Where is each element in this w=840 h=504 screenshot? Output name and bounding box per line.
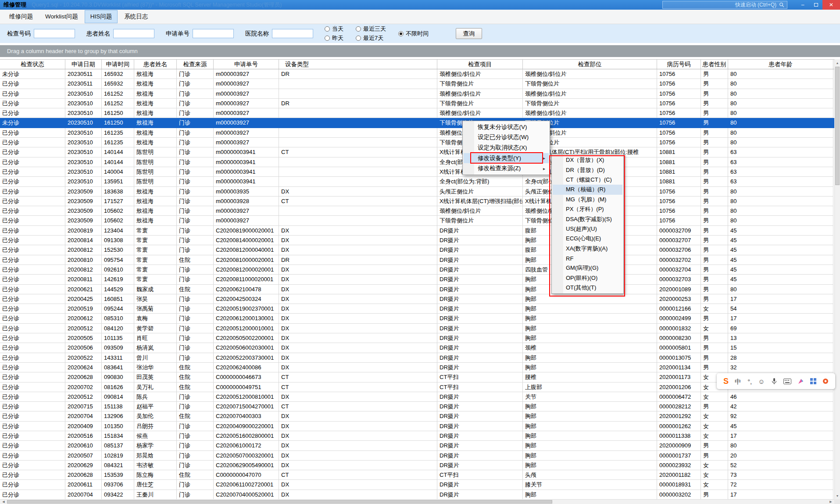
- horizontal-scrollbar[interactable]: ◀ ▶: [0, 499, 834, 504]
- table-row[interactable]: 已分诊20230510135951陈世明门诊m00000003941全身ct(部…: [0, 177, 834, 186]
- skin-brush-icon[interactable]: [797, 378, 804, 385]
- table-row[interactable]: 已分诊20230510161235敖祖海门诊m000003927颈椎侧位/斜位片…: [0, 128, 834, 138]
- context-menu-item[interactable]: 修改设备类型(Y)▸: [464, 153, 549, 164]
- column-header[interactable]: 检查状态: [0, 60, 65, 69]
- toolbox-grid-icon[interactable]: [810, 378, 816, 384]
- table-row[interactable]: 已分诊20200628153539陈立梅住院C0000000047070CTCT…: [0, 470, 834, 480]
- table-row[interactable]: 已分诊20200610085137杨家学门诊C2020061000172DXDR…: [0, 441, 834, 450]
- submenu-item[interactable]: OT(其他)(T): [553, 283, 622, 293]
- vertical-scrollbar[interactable]: ▲ ▼: [834, 59, 840, 499]
- column-header[interactable]: 患者姓名: [134, 60, 177, 69]
- context-menu-item[interactable]: 修改检查来源(Z)▸: [464, 163, 549, 174]
- hospital-name-input[interactable]: [272, 29, 313, 38]
- table-row[interactable]: 已分诊20200512084120黄学碧门诊C20200512000010001…: [0, 324, 834, 333]
- scroll-left-icon[interactable]: ◀: [0, 500, 7, 504]
- context-menu-item[interactable]: 恢复未分诊状态(V): [464, 122, 549, 132]
- table-row[interactable]: 已分诊20200812152530常寰门诊C20200812000040001D…: [0, 245, 834, 255]
- tab-his-issues[interactable]: HIS问题: [85, 10, 118, 23]
- table-row[interactable]: 已分诊20230510140144陈世明门诊m00000003941全身ct(部…: [0, 157, 834, 167]
- context-menu-item[interactable]: 设定为取消状态(X): [464, 143, 549, 153]
- column-header[interactable]: 患者年龄: [728, 60, 833, 69]
- table-row[interactable]: 已分诊20200611093706唐仕芝门诊C20200611002720001…: [0, 480, 834, 490]
- keyboard-icon[interactable]: [783, 379, 791, 384]
- column-header[interactable]: 患者性别: [701, 60, 728, 69]
- submenu-item[interactable]: OP(眼科)(O): [553, 273, 622, 283]
- table-row[interactable]: 已分诊20200812092610常寰门诊C20200812000020001D…: [0, 265, 834, 275]
- table-row[interactable]: 已分诊20200715151138赵福平门诊C20200715004270001…: [0, 402, 834, 411]
- table-row[interactable]: 已分诊20200621144529魏家成住院C2020062100478DXDR…: [0, 285, 834, 294]
- horizontal-scroll-thumb[interactable]: [7, 500, 552, 504]
- submenu-item[interactable]: US(超声)(U): [553, 224, 622, 234]
- microphone-icon[interactable]: [771, 378, 777, 385]
- submenu-item[interactable]: CT（螺旋CT）(C): [553, 175, 622, 185]
- maximize-button[interactable]: [809, 0, 822, 10]
- close-button[interactable]: ✕: [822, 0, 840, 10]
- scroll-down-icon[interactable]: ▼: [835, 492, 840, 499]
- column-header[interactable]: 检查来源: [177, 60, 214, 69]
- table-row[interactable]: 已分诊20230510161250敖祖海门诊m000003927颈椎侧位/斜位片…: [0, 108, 834, 118]
- scroll-right-icon[interactable]: ▶: [827, 500, 834, 504]
- table-row[interactable]: 已分诊20200702081626吴万礼住院C0000000049751CTCT…: [0, 382, 834, 392]
- submenu-item[interactable]: PX（牙科）(P): [553, 204, 622, 214]
- table-row[interactable]: 已分诊20200425160851张昊门诊C2020042500324DXDR摄…: [0, 294, 834, 304]
- table-row[interactable]: 已分诊20200409101350吕朗芬门诊C20200409000220001…: [0, 422, 834, 431]
- more-tools-icon[interactable]: [822, 378, 829, 384]
- table-row[interactable]: 已分诊20200519095244张禹菊门诊C20200519002370001…: [0, 304, 834, 314]
- column-header[interactable]: 设备类型: [279, 60, 437, 69]
- column-header[interactable]: 检查部位: [523, 60, 657, 69]
- tab-system-log[interactable]: 系统日志: [118, 10, 154, 23]
- table-row[interactable]: 已分诊20230510161252敖祖海门诊m000003927DR下颌骨侧位片…: [0, 99, 834, 108]
- column-header[interactable]: 检查项目: [437, 60, 523, 69]
- table-row[interactable]: 已分诊20200810095754常寰住院C20200810000020001D…: [0, 255, 834, 265]
- group-by-drop-zone[interactable]: Drag a column header here to group by th…: [0, 45, 840, 57]
- table-row[interactable]: 已分诊20200819123404常寰门诊C20200819000020001D…: [0, 226, 834, 236]
- table-row[interactable]: 已分诊20200522143311曾川门诊C20200522003730001D…: [0, 353, 834, 363]
- context-menu-item[interactable]: 设定已分诊状态(W): [464, 132, 549, 143]
- table-row[interactable]: 已分诊20200624083641张治华住院C2020062400086DXDR…: [0, 363, 834, 372]
- submenu-item[interactable]: ECG(心电)(E): [553, 234, 622, 243]
- chinese-mode-icon[interactable]: 中: [735, 378, 741, 385]
- tab-repair-issues[interactable]: 维修问题: [4, 10, 39, 23]
- table-row[interactable]: 已分诊20200811142619常寰门诊C20200811000020001D…: [0, 275, 834, 284]
- table-row[interactable]: 已分诊20200516151834候燕门诊C20200516002800001D…: [0, 431, 834, 441]
- column-header[interactable]: 申请时间: [102, 60, 134, 69]
- scroll-up-icon[interactable]: ▲: [835, 59, 840, 66]
- radio-last-7-days[interactable]: 最近7天: [356, 34, 386, 42]
- table-row[interactable]: 未分诊20230511165932敖祖海门诊m000003927DR颈椎侧位/斜…: [0, 69, 834, 79]
- table-row[interactable]: 已分诊20200814091308常寰门诊C20200814000020001D…: [0, 236, 834, 245]
- table-row[interactable]: 已分诊20230509171527敖祖海门诊m000003928CTX线计算机体…: [0, 197, 834, 206]
- table-row[interactable]: 已分诊20200704093422王秦川门诊C20200704000520001…: [0, 490, 834, 500]
- patient-name-input[interactable]: [113, 29, 154, 38]
- table-row[interactable]: 已分诊20200612085310袁梅门诊C20200612000130001D…: [0, 314, 834, 323]
- submenu-item[interactable]: MR（核磁）(R): [553, 185, 622, 194]
- punctuation-icon[interactable]: °,: [747, 378, 752, 385]
- radio-unlimited-time[interactable]: 不限时间: [398, 30, 429, 38]
- table-row[interactable]: 已分诊20200704132906吴加伦住院C2020070400303DXDR…: [0, 411, 834, 421]
- submenu-item[interactable]: MG（乳腺）(M): [553, 195, 622, 204]
- table-row[interactable]: 已分诊20200628090830田茂英住院C0000000046673CTCT…: [0, 372, 834, 382]
- query-button[interactable]: 查询: [456, 28, 482, 39]
- column-header[interactable]: 申请日期: [65, 60, 102, 69]
- request-number-input[interactable]: [193, 29, 234, 38]
- radio-last-3-days[interactable]: 最近三天: [356, 25, 386, 33]
- quick-launch-search[interactable]: 快速启动 (Ctrl+Q): [662, 1, 787, 9]
- radio-yesterday[interactable]: 昨天: [325, 34, 343, 42]
- table-row[interactable]: 已分诊20230510161235敖祖海门诊m000003927下颌骨侧位片下颌…: [0, 138, 834, 147]
- sogou-logo-icon[interactable]: S: [723, 377, 729, 385]
- table-row[interactable]: 已分诊20230510161252敖祖海门诊m000003927颈椎侧位/斜位片…: [0, 89, 834, 99]
- table-row[interactable]: 已分诊20230510140004陈世明门诊m00000003941X线计算机体…: [0, 167, 834, 177]
- exam-number-input[interactable]: [34, 29, 75, 38]
- tab-worklist-issues[interactable]: Worklist问题: [39, 10, 84, 23]
- table-row[interactable]: 已分诊20230509105602敖祖海门诊m000003927颈椎侧位/斜位片…: [0, 206, 834, 216]
- submenu-item[interactable]: GM(病理)(G): [553, 263, 622, 273]
- radio-today[interactable]: 当天: [325, 25, 343, 33]
- table-row[interactable]: 已分诊20200629084321韦济敏门诊C20200629005490001…: [0, 461, 834, 470]
- table-row[interactable]: 已分诊20200512090814陈兵门诊C20200512000810001D…: [0, 392, 834, 402]
- column-header[interactable]: 申请单号: [214, 60, 279, 69]
- table-row[interactable]: 已分诊20230509105602敖祖海门诊m000003927下颌骨侧位片下颌…: [0, 216, 834, 225]
- table-row[interactable]: 已分诊20200507102819郑晃焓门诊C20200507000320001…: [0, 451, 834, 461]
- submenu-item[interactable]: DR（普放）(D): [553, 165, 622, 175]
- submenu-item[interactable]: XA(数字胃肠)(A): [553, 244, 622, 254]
- table-row[interactable]: 已分诊20230511165932敖祖海门诊m000003927下颌骨侧位片下颌…: [0, 79, 834, 89]
- submenu-item[interactable]: RF: [553, 254, 622, 263]
